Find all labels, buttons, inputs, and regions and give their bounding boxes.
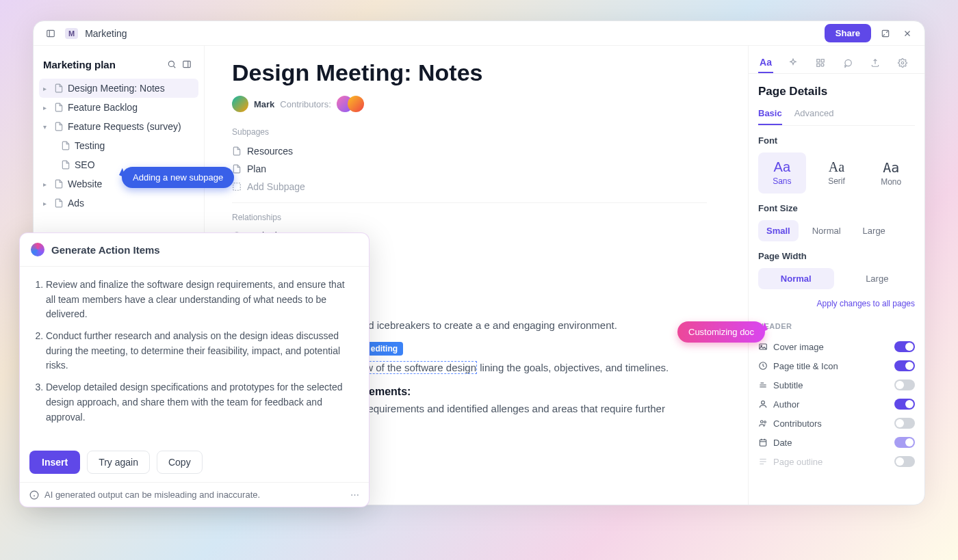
- divider: [232, 202, 707, 203]
- toggle-switch[interactable]: [894, 437, 915, 448]
- panel-tab-settings[interactable]: [895, 53, 910, 73]
- topbar: M Marketing Share: [34, 21, 924, 46]
- toggle-icon: [758, 399, 768, 409]
- toggle-icon: [758, 361, 768, 371]
- apply-all-link[interactable]: Apply changes to all pages: [758, 299, 915, 308]
- sidebar-item-ads[interactable]: ▸Ads: [39, 194, 198, 213]
- toggle-switch[interactable]: [894, 456, 915, 467]
- sidebar-toggle-icon[interactable]: [43, 26, 58, 41]
- svg-rect-13: [817, 64, 820, 66]
- toggle-row-author: Author: [758, 395, 915, 414]
- fontsize-small[interactable]: Small: [758, 220, 799, 241]
- svg-line-20: [763, 366, 764, 366]
- panel-tab-export[interactable]: [868, 53, 883, 73]
- workspace-badge[interactable]: M: [65, 28, 78, 39]
- info-icon: [29, 490, 39, 500]
- sidebar-item-testing[interactable]: Testing: [39, 136, 198, 155]
- panel-tab-strip: Aa: [749, 46, 924, 74]
- add-subpage-button[interactable]: Add Subpage: [232, 178, 707, 196]
- right-panel: Aa Page Details Basic Advanced Font AaSa…: [748, 46, 924, 505]
- toggle-icon: [758, 457, 768, 466]
- toggle-icon: [758, 380, 768, 390]
- insert-button[interactable]: Insert: [29, 451, 80, 474]
- toggle-switch[interactable]: [894, 360, 915, 371]
- font-option-mono[interactable]: AaMono: [867, 152, 915, 194]
- ai-action-item: Conduct further research and analysis on…: [46, 329, 355, 373]
- svg-rect-7: [183, 61, 191, 67]
- toggle-icon: [758, 418, 768, 428]
- panel-tab-elements[interactable]: [813, 53, 828, 73]
- font-option-serif[interactable]: AaSerif: [813, 152, 861, 194]
- svg-rect-27: [760, 440, 766, 446]
- subpages-label: Subpages: [232, 127, 707, 137]
- toggle-icon: [758, 342, 768, 351]
- toggle-row-page-title-icon: Page title & Icon: [758, 356, 915, 375]
- svg-point-5: [168, 61, 174, 66]
- toggle-switch[interactable]: [894, 418, 915, 429]
- svg-rect-0: [47, 30, 55, 36]
- toggle-row-cover-image: Cover image: [758, 337, 915, 356]
- subpage-item[interactable]: Resources: [232, 142, 707, 160]
- svg-rect-9: [233, 183, 241, 191]
- fontsize-label: Font Size: [758, 203, 915, 213]
- toggle-switch[interactable]: [894, 341, 915, 352]
- avatar: [232, 96, 248, 112]
- copy-button[interactable]: Copy: [157, 451, 203, 474]
- ai-action-item: Develop detailed design specifications a…: [46, 380, 355, 425]
- svg-point-25: [761, 421, 764, 423]
- toggle-icon: [758, 438, 768, 447]
- toggle-row-date: Date: [758, 433, 915, 452]
- toggle-row-contributors: Contributors: [758, 414, 915, 433]
- callout-customizing-doc: Customizing doc: [677, 321, 765, 343]
- author-row: Mark Contributors:: [232, 96, 707, 112]
- toggle-switch[interactable]: [894, 399, 915, 410]
- svg-point-14: [821, 64, 824, 66]
- author-name: Mark: [254, 99, 274, 109]
- pagewidth-label: Page Width: [758, 251, 915, 261]
- ai-logo-icon: [31, 243, 44, 256]
- relationships-label: Relationships: [232, 213, 707, 222]
- subpage-item[interactable]: Plan: [232, 160, 707, 178]
- panel-tab-typography[interactable]: Aa: [758, 53, 773, 73]
- ai-action-item: Review and finalize the software design …: [46, 278, 355, 322]
- svg-point-15: [901, 62, 904, 64]
- sidebar-item-design-meeting[interactable]: ▸Design Meeting: Notes: [39, 79, 198, 98]
- expand-icon[interactable]: [878, 26, 893, 41]
- page-title: Design Meeting: Notes: [232, 59, 707, 86]
- contributors-label: Contributors:: [280, 99, 331, 109]
- svg-point-24: [762, 401, 765, 404]
- subtab-basic[interactable]: Basic: [758, 108, 782, 125]
- sidebar-item-feature-requests[interactable]: ▾Feature Requests (survey): [39, 117, 198, 136]
- svg-rect-12: [821, 59, 824, 62]
- search-icon[interactable]: [164, 57, 179, 72]
- svg-line-6: [173, 66, 175, 68]
- pagewidth-normal[interactable]: Normal: [758, 268, 834, 289]
- panel-tab-comments[interactable]: [840, 53, 855, 73]
- sidebar-item-feature-backlog[interactable]: ▸Feature Backlog: [39, 98, 198, 117]
- svg-point-26: [764, 421, 766, 423]
- panel-tab-ai[interactable]: [786, 53, 801, 73]
- try-again-button[interactable]: Try again: [87, 451, 150, 474]
- font-label: Font: [758, 135, 915, 146]
- toggle-switch[interactable]: [894, 379, 915, 390]
- ai-popup-title: Generate Action Items: [51, 244, 160, 256]
- panel-heading: Page Details: [758, 85, 915, 98]
- close-icon[interactable]: [900, 26, 915, 41]
- subtab-advanced[interactable]: Advanced: [794, 108, 834, 125]
- breadcrumb[interactable]: Marketing: [85, 28, 127, 39]
- font-option-sans[interactable]: AaSans: [758, 152, 806, 194]
- svg-rect-11: [817, 59, 820, 62]
- avatar: [348, 96, 364, 112]
- pagewidth-large[interactable]: Large: [840, 268, 916, 289]
- share-button[interactable]: Share: [825, 24, 871, 42]
- toggle-row-subtitle: Subtitle: [758, 375, 915, 395]
- more-icon[interactable]: ⋯: [350, 490, 359, 500]
- fontsize-large[interactable]: Large: [855, 220, 894, 241]
- ai-popup: Generate Action Items Review and finaliz…: [19, 232, 370, 507]
- ai-disclaimer: AI generated output can be misleading an…: [44, 490, 260, 500]
- fontsize-normal[interactable]: Normal: [804, 220, 849, 241]
- toggle-row-page-outline: Page outline: [758, 452, 915, 471]
- sidebar-title: Marketing plan: [43, 59, 164, 70]
- callout-adding-subpage: Adding a new subpage: [122, 167, 234, 188]
- panel-collapse-icon[interactable]: [179, 57, 194, 72]
